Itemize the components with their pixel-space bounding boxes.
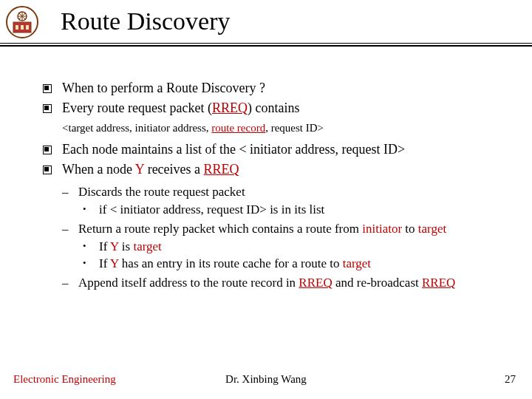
svg-rect-3 (16, 25, 18, 30)
square-bullet-icon (43, 100, 62, 118)
dash-item: – Discards the route request packet (62, 184, 516, 200)
term-rreq: RREQ (204, 162, 239, 177)
footer-author: Dr. Xinbing Wang (0, 373, 532, 386)
term-target: target (133, 239, 161, 253)
term-node-y: Y (110, 256, 119, 270)
square-bullet-icon (43, 141, 62, 160)
term-target: target (418, 222, 446, 236)
slide-title: Route Discovery (61, 7, 230, 35)
bullet-text: When to perform a Route Discovery ? (62, 80, 516, 98)
dot-marker-icon: • (83, 239, 99, 255)
sub-bullet-text: <target address, initiator address, rout… (62, 121, 516, 135)
dot-item: • If Y is target (83, 239, 516, 255)
bullet-item: Each node maintains a list of the < init… (43, 141, 516, 160)
term-rreq: RREQ (212, 100, 248, 115)
term-initiator: initiator (362, 222, 402, 236)
term-rreq: RREQ (422, 276, 455, 290)
dash-marker-icon: – (62, 275, 78, 291)
dot-text: if < initiator address, request ID> is i… (99, 202, 516, 218)
text-fragment: When a node (62, 162, 135, 177)
term-target: target (343, 256, 371, 270)
text-fragment: If (99, 239, 110, 253)
text-fragment: ) contains (248, 100, 299, 115)
text-fragment: Return a route reply packet which contai… (78, 222, 362, 236)
bullet-text: Every route request packet (RREQ) contai… (62, 100, 516, 118)
text-fragment: , request ID> (265, 122, 324, 134)
term-route-record: route record (211, 122, 265, 134)
bullet-text: When a node Y receives a RREQ (62, 161, 516, 180)
institution-logo-icon (6, 6, 38, 41)
dash-item: – Return a route reply packet which cont… (62, 221, 516, 237)
svg-rect-4 (21, 25, 24, 30)
text-fragment: has an entry in its route cache for a ro… (119, 256, 343, 270)
text-fragment: and re-broadcast (332, 276, 422, 290)
dot-marker-icon: • (83, 256, 99, 272)
text-fragment: receives a (144, 162, 203, 177)
bullet-item: When a node Y receives a RREQ (43, 161, 516, 180)
bullet-text: Each node maintains a list of the < init… (62, 141, 516, 160)
text-fragment: Every route request packet ( (62, 100, 212, 115)
text-fragment: is (119, 239, 134, 253)
text-fragment: If (99, 256, 110, 270)
text-fragment: Append itself address to the route recor… (78, 276, 299, 290)
bullet-item: Every route request packet (RREQ) contai… (43, 100, 516, 118)
term-node-y: Y (135, 162, 144, 177)
dot-item: • If Y has an entry in its route cache f… (83, 256, 516, 272)
dash-marker-icon: – (62, 221, 78, 237)
bullet-item: When to perform a Route Discovery ? (43, 80, 516, 98)
slide: Route Discovery When to perform a Route … (0, 0, 532, 399)
svg-rect-5 (26, 25, 29, 30)
text-fragment: to (402, 222, 418, 236)
title-divider (0, 43, 532, 47)
content-body: When to perform a Route Discovery ? Ever… (43, 80, 516, 293)
dot-marker-icon: • (83, 202, 99, 218)
dash-text: Return a route reply packet which contai… (78, 221, 516, 237)
square-bullet-icon (43, 80, 62, 98)
dash-text: Append itself address to the route recor… (78, 275, 516, 291)
term-rreq: RREQ (299, 276, 332, 290)
dash-text: Discards the route request packet (78, 184, 516, 200)
square-bullet-icon (43, 161, 62, 180)
dot-text: If Y has an entry in its route cache for… (99, 256, 516, 272)
term-node-y: Y (110, 239, 119, 253)
dash-item: – Append itself address to the route rec… (62, 275, 516, 291)
dash-list: – Discards the route request packet • if… (62, 184, 516, 291)
dot-text: If Y is target (99, 239, 516, 255)
dot-item: • if < initiator address, request ID> is… (83, 202, 516, 218)
text-fragment: <target address, initiator address, (62, 122, 211, 134)
slide-number: 27 (505, 373, 516, 386)
dash-marker-icon: – (62, 184, 78, 200)
